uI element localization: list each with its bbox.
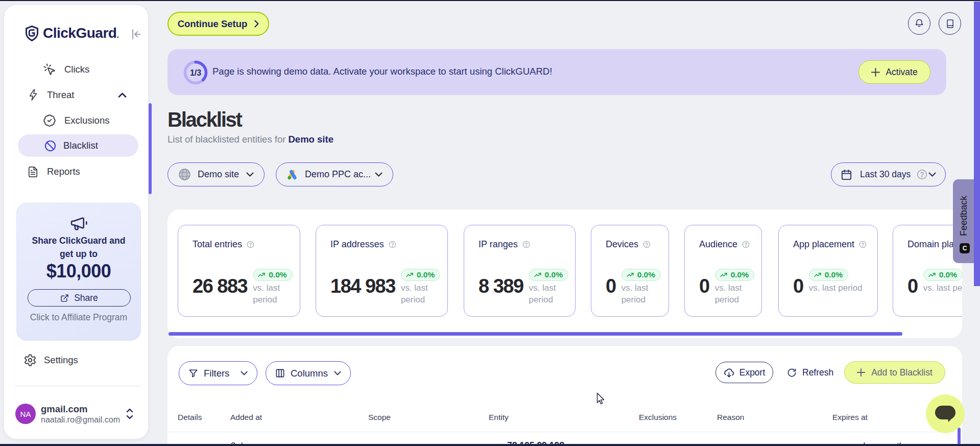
svg-text:1/3: 1/3 — [190, 68, 201, 77]
